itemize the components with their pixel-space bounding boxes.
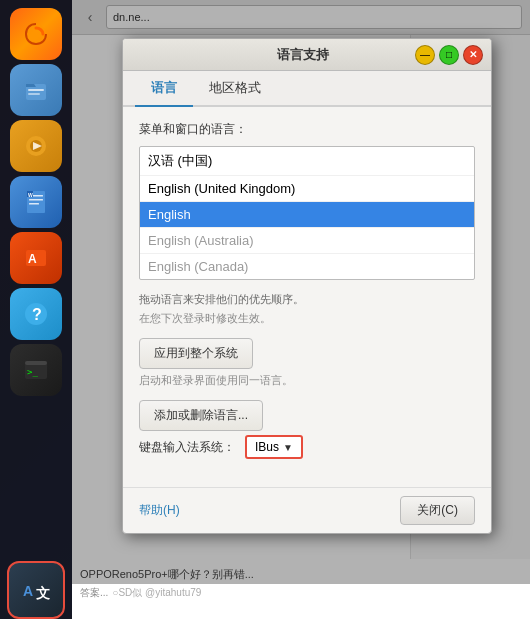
hint-main: 拖动语言来安排他们的优先顺序。 <box>139 292 475 307</box>
svg-text:A: A <box>23 583 33 599</box>
svg-text:A: A <box>28 252 37 266</box>
lang-item-en-uk[interactable]: English (United Kingdom) <box>140 176 474 202</box>
language-list[interactable]: 汉语 (中国) English (United Kingdom) English… <box>139 146 475 280</box>
lang-item-zh-cn[interactable]: 汉语 (中国) <box>140 147 474 176</box>
taskbar-icon-files[interactable] <box>10 64 62 116</box>
dialog-body: 菜单和窗口的语言： 汉语 (中国) English (United Kingdo… <box>123 107 491 487</box>
tab-regional[interactable]: 地区格式 <box>193 71 277 107</box>
taskbar-icon-software[interactable]: A <box>10 232 62 284</box>
lang-item-en-ca[interactable]: English (Canada) <box>140 254 474 279</box>
ibus-row: 键盘输入法系统： IBus ▼ <box>139 435 475 459</box>
taskbar-icon-firefox[interactable] <box>10 8 62 60</box>
taskbar-icon-writer[interactable]: W <box>10 176 62 228</box>
svg-rect-11 <box>29 203 39 205</box>
svg-text:>_: >_ <box>27 367 38 377</box>
svg-rect-10 <box>29 199 43 201</box>
dialog-close-action-button[interactable]: 关闭(C) <box>400 496 475 525</box>
dialog-title: 语言支持 <box>191 46 415 64</box>
apply-system-button[interactable]: 应用到整个系统 <box>139 338 253 369</box>
hint-sub: 在您下次登录时修改生效。 <box>139 311 475 326</box>
language-section-label: 菜单和窗口的语言： <box>139 121 475 138</box>
svg-rect-2 <box>28 89 44 91</box>
add-remove-languages-button[interactable]: 添加或删除语言... <box>139 400 263 431</box>
web-dots: ○SD似 @yitahutu79 <box>112 586 201 600</box>
dialog-maximize-button[interactable]: □ <box>439 45 459 65</box>
svg-rect-19 <box>25 361 47 365</box>
svg-text:W: W <box>28 192 33 198</box>
ibus-dropdown[interactable]: IBus ▼ <box>245 435 303 459</box>
ibus-label: IBus <box>255 440 279 454</box>
dialog-minimize-button[interactable]: — <box>415 45 435 65</box>
help-link[interactable]: 帮助(H) <box>139 502 180 519</box>
svg-rect-3 <box>28 93 40 95</box>
browser-area: ‹ dn.ne... 万+ 关注 论坛 OPPOReno5Pro+哪个好？别再错… <box>72 0 530 619</box>
tab-language[interactable]: 语言 <box>135 71 193 107</box>
taskbar-icon-terminal[interactable]: >_ <box>10 344 62 396</box>
dialog-close-button[interactable]: ✕ <box>463 45 483 65</box>
taskbar-icon-language[interactable]: A 文 <box>7 561 65 619</box>
web-dot-row: 答案... ○SD似 @yitahutu79 <box>80 586 522 600</box>
lang-item-en-au[interactable]: English (Australia) <box>140 228 474 254</box>
taskbar: W A ? >_ A 文 <box>0 0 72 619</box>
svg-text:?: ? <box>32 306 42 323</box>
lang-item-en[interactable]: English <box>140 202 474 228</box>
keyboard-input-label: 键盘输入法系统： <box>139 439 235 456</box>
web-bottom-sub: 答案... <box>80 586 108 600</box>
dialog-tabs: 语言 地区格式 <box>123 71 491 107</box>
dialog-footer: 帮助(H) 关闭(C) <box>123 487 491 533</box>
svg-text:文: 文 <box>36 585 50 601</box>
dialog-controls: — □ ✕ <box>415 45 483 65</box>
ibus-arrow-icon: ▼ <box>283 442 293 453</box>
apply-system-hint: 启动和登录界面使用同一语言。 <box>139 373 475 388</box>
taskbar-icon-help[interactable]: ? <box>10 288 62 340</box>
dialog-titlebar: 语言支持 — □ ✕ <box>123 39 491 71</box>
language-support-dialog: 语言支持 — □ ✕ 语言 地区格式 菜单和窗口的语言： <box>122 38 492 534</box>
taskbar-icon-rhythmbox[interactable] <box>10 120 62 172</box>
